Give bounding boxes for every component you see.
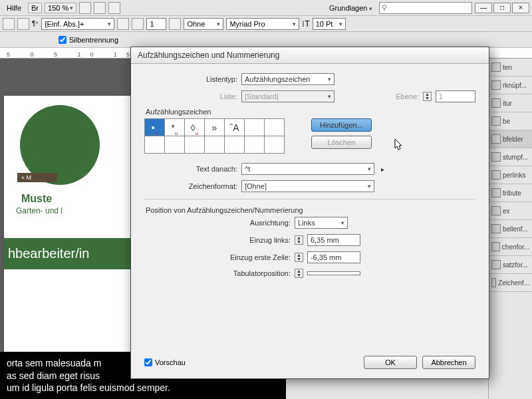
ribbon-graphic: « M — [17, 173, 57, 182]
first-line-stepper[interactable]: ▲▼ — [295, 253, 303, 262]
bullet-cell[interactable]: ˆA — [225, 119, 245, 136]
view-mode-icon[interactable] — [79, 2, 91, 14]
bullet-cell[interactable]: » — [205, 119, 225, 136]
font-select[interactable]: Myriad Pro▾ — [226, 18, 299, 30]
app-toolbar-3: Silbentrennung — [0, 32, 532, 48]
panel-tab[interactable]: Zeichenf... — [489, 274, 532, 292]
page: « M Muste Garten- und l hbearbeiter/in — [4, 96, 144, 388]
add-bullet-button[interactable]: Hinzufügen... — [311, 118, 372, 132]
level-input: 1 — [436, 90, 475, 102]
panel-tab[interactable]: bfelder — [489, 130, 532, 148]
first-line-input[interactable]: -6,35 mm — [307, 251, 360, 263]
level-stepper: ▲▼ — [423, 92, 432, 101]
bullet-character-grid[interactable]: •u *u ◊u » ˆA — [144, 118, 285, 154]
para-style-icon[interactable] — [17, 18, 29, 30]
span-select[interactable]: Ohne▾ — [184, 18, 223, 30]
ok-button[interactable]: OK — [364, 356, 417, 369]
bullets-numbering-dialog: Aufzählungszeichen und Nummerierung List… — [130, 47, 489, 379]
panel-tab[interactable]: satzfor... — [489, 256, 532, 274]
bullet-cell[interactable] — [245, 119, 265, 136]
char-style-label: Zeichenformat: — [144, 182, 237, 190]
screen-mode-icon[interactable] — [94, 2, 106, 14]
bullet-cell[interactable] — [265, 119, 285, 136]
bullets-section-label: Aufzählungszeichen — [146, 108, 475, 116]
indent-left-stepper[interactable]: ▲▼ — [295, 235, 303, 245]
cancel-button[interactable]: Abbrechen — [422, 356, 475, 369]
text-after-label: Text danach: — [144, 165, 237, 173]
preview-checkbox[interactable]: Vorschau — [144, 358, 186, 366]
panel-tab[interactable]: bellenf... — [489, 220, 532, 238]
document-canvas: « M Muste Garten- und l hbearbeiter/in — [0, 59, 146, 399]
panel-tab[interactable]: itur — [489, 94, 532, 112]
list-label: Liste: — [144, 92, 237, 100]
panel-dock: ten rknüpf... itur be bfelder stumpf... … — [488, 59, 532, 399]
search-input[interactable]: ⚲ — [379, 2, 472, 14]
close-button[interactable]: × — [512, 3, 529, 13]
zoom-select[interactable]: 150 % — [45, 3, 76, 13]
span-icon[interactable] — [169, 18, 181, 30]
panel-tab[interactable]: ten — [489, 59, 532, 76]
brand-title: Muste — [21, 193, 144, 205]
arrange-icon[interactable] — [108, 2, 120, 14]
char-style-select[interactable]: [Ohne]▾ — [241, 180, 374, 192]
listtype-select[interactable]: Aufzählungszeichen▾ — [241, 73, 334, 85]
bullet-cell[interactable]: ◊u — [185, 119, 205, 136]
columns-icon[interactable] — [132, 18, 144, 30]
panel-tab[interactable]: chenfor... — [489, 238, 532, 256]
text-after-flyout-icon[interactable]: ▸ — [381, 166, 384, 173]
maximize-button[interactable]: □ — [493, 3, 511, 13]
panel-tab[interactable]: stumpf... — [489, 148, 532, 166]
workspace-select[interactable]: Grundlagen — [325, 3, 376, 13]
brand-subtitle: Garten- und l — [16, 206, 144, 215]
panel-tab[interactable]: rknüpf... — [489, 76, 532, 94]
align-select[interactable]: Links▾ — [295, 217, 348, 229]
help-menu[interactable]: Hilfe — [3, 3, 25, 13]
app-toolbar-2: ¶⁺ [Einf. Abs.]+▾ 1 Ohne▾ Myriad Pro▾ ⁞T… — [0, 16, 532, 32]
dialog-title: Aufzählungszeichen und Nummerierung — [131, 47, 489, 64]
indent-left-input[interactable]: 6,35 mm — [307, 234, 360, 246]
tab-pos-label: Tabulatorposition: — [144, 269, 291, 277]
bullet-cell[interactable]: *u — [165, 119, 185, 136]
panel-tab[interactable]: tribute — [489, 184, 532, 202]
position-section-label: Position von Aufzählungszeichen/Nummerie… — [146, 206, 475, 214]
align-label: Ausrichtung: — [144, 219, 291, 227]
level-label: Ebene: — [396, 92, 419, 100]
para-style-select[interactable]: [Einf. Abs.]+▾ — [41, 18, 114, 30]
listtype-label: Listentyp: — [144, 75, 237, 83]
bullet-cell[interactable]: •u — [145, 119, 165, 136]
text-after-select[interactable]: ^t▾ — [241, 163, 374, 175]
tab-pos-stepper[interactable]: ▲▼ — [295, 269, 303, 278]
hyphenation-checkbox[interactable]: Silbentrennung — [59, 36, 118, 44]
tab-pos-input[interactable] — [307, 271, 360, 275]
indent-left-label: Einzug links: — [144, 236, 291, 244]
panel-tab[interactable]: perlinks — [489, 166, 532, 184]
align-icon[interactable] — [117, 18, 129, 30]
delete-bullet-button: Löschen — [311, 136, 372, 149]
para-panel-icon[interactable] — [3, 18, 15, 30]
list-select: [Standard]▾ — [241, 90, 334, 102]
bridge-button[interactable]: Br — [28, 3, 42, 13]
panel-tab[interactable]: be — [489, 112, 532, 130]
minimize-button[interactable]: — — [475, 3, 492, 13]
app-toolbar-1: Hilfe Br 150 % Grundlagen ⚲ — □ × — [0, 0, 532, 16]
column-count-input[interactable]: 1 — [146, 18, 166, 30]
headline-band: hbearbeiter/in — [4, 238, 144, 269]
first-line-label: Einzug erste Zeile: — [144, 253, 291, 261]
bullet-cell[interactable] — [145, 136, 165, 154]
panel-tab[interactable]: ex — [489, 202, 532, 220]
font-size-select[interactable]: 10 Pt▾ — [313, 18, 346, 30]
